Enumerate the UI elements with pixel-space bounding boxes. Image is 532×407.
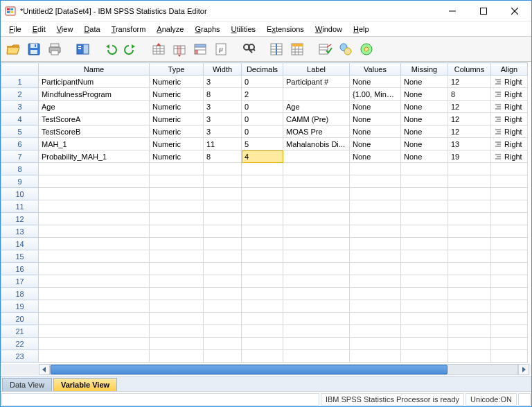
maximize-button[interactable]: [468, 1, 499, 21]
cell-label[interactable]: Participant #: [283, 76, 350, 88]
menu-extensions[interactable]: Extensions: [261, 24, 310, 35]
cell-empty[interactable]: [401, 175, 448, 188]
cell-align[interactable]: Right: [491, 138, 528, 150]
cell-missing[interactable]: None: [401, 76, 448, 88]
row-header[interactable]: 20: [1, 313, 39, 325]
table-row-empty[interactable]: 17: [1, 275, 528, 288]
cell-empty[interactable]: [448, 338, 491, 350]
table-row-empty[interactable]: 11: [1, 200, 528, 213]
cell-empty[interactable]: [283, 350, 350, 363]
cell-empty[interactable]: [150, 263, 204, 275]
cell-type[interactable]: Numeric: [150, 101, 204, 113]
cell-empty[interactable]: [401, 163, 448, 175]
undo-icon[interactable]: [100, 40, 120, 59]
cell-empty[interactable]: [150, 313, 204, 325]
cell-empty[interactable]: [491, 263, 528, 275]
row-header[interactable]: 21: [1, 325, 39, 338]
cell-values[interactable]: None: [350, 101, 401, 113]
cell-cols[interactable]: 19: [448, 150, 491, 163]
value-labels-icon[interactable]: [336, 40, 355, 59]
cell-align[interactable]: Right: [491, 88, 528, 101]
cell-empty[interactable]: [491, 338, 528, 350]
cell-empty[interactable]: [491, 300, 528, 313]
cell-empty[interactable]: [350, 325, 401, 338]
cell-empty[interactable]: [39, 300, 150, 313]
cell-width[interactable]: 8: [204, 88, 242, 101]
cell-type[interactable]: Numeric: [150, 76, 204, 88]
cell-empty[interactable]: [350, 238, 401, 250]
cell-empty[interactable]: [283, 163, 350, 175]
save-icon[interactable]: [24, 40, 44, 59]
cell-empty[interactable]: [150, 300, 204, 313]
weight-cases-icon[interactable]: [287, 40, 307, 59]
cell-empty[interactable]: [242, 200, 283, 213]
table-row-empty[interactable]: 21: [1, 325, 528, 338]
cell-empty[interactable]: [401, 213, 448, 225]
row-header[interactable]: 7: [1, 150, 39, 163]
cell-empty[interactable]: [401, 300, 448, 313]
table-row[interactable]: 3AgeNumeric30AgeNoneNone12Right: [1, 101, 528, 113]
cell-empty[interactable]: [283, 313, 350, 325]
cell-empty[interactable]: [401, 325, 448, 338]
cell-empty[interactable]: [283, 263, 350, 275]
row-header[interactable]: 23: [1, 350, 39, 363]
cell-empty[interactable]: [39, 175, 150, 188]
cell-empty[interactable]: [242, 350, 283, 363]
cell-empty[interactable]: [448, 225, 491, 238]
table-row-empty[interactable]: 16: [1, 263, 528, 275]
cell-empty[interactable]: [401, 313, 448, 325]
cell-empty[interactable]: [350, 175, 401, 188]
row-header[interactable]: 3: [1, 101, 39, 113]
cell-decimals[interactable]: 4: [242, 150, 283, 163]
cell-width[interactable]: 3: [204, 113, 242, 125]
row-header[interactable]: 12: [1, 213, 39, 225]
cell-empty[interactable]: [242, 288, 283, 300]
row-header[interactable]: 9: [1, 175, 39, 188]
cell-align[interactable]: Right: [491, 76, 528, 88]
row-header[interactable]: 19: [1, 300, 39, 313]
cell-empty[interactable]: [204, 175, 242, 188]
cell-name[interactable]: TestScoreA: [39, 113, 150, 125]
menu-transform[interactable]: Transform: [106, 24, 152, 35]
table-row-empty[interactable]: 22: [1, 338, 528, 350]
variable-grid[interactable]: Name Type Width Decimals Label Values Mi…: [1, 62, 531, 364]
cell-align[interactable]: Right: [491, 125, 528, 138]
cell-decimals[interactable]: 0: [242, 125, 283, 138]
cell-empty[interactable]: [39, 238, 150, 250]
print-icon[interactable]: [45, 40, 64, 59]
cell-empty[interactable]: [242, 300, 283, 313]
scroll-right-arrow-icon[interactable]: [518, 364, 529, 375]
cell-empty[interactable]: [204, 350, 242, 363]
cell-empty[interactable]: [401, 250, 448, 263]
cell-missing[interactable]: None: [401, 150, 448, 163]
split-file-icon[interactable]: [267, 40, 286, 59]
cell-empty[interactable]: [204, 325, 242, 338]
cell-empty[interactable]: [283, 188, 350, 200]
cell-empty[interactable]: [204, 238, 242, 250]
cell-type[interactable]: Numeric: [150, 88, 204, 101]
row-header[interactable]: 10: [1, 188, 39, 200]
table-row-empty[interactable]: 13: [1, 225, 528, 238]
cell-empty[interactable]: [448, 263, 491, 275]
cell-values[interactable]: None: [350, 76, 401, 88]
cell-empty[interactable]: [350, 188, 401, 200]
tab-variable-view[interactable]: Variable View: [53, 378, 117, 391]
cell-empty[interactable]: [39, 275, 150, 288]
cell-cols[interactable]: 12: [448, 76, 491, 88]
cell-empty[interactable]: [204, 250, 242, 263]
table-row-empty[interactable]: 15: [1, 250, 528, 263]
cell-empty[interactable]: [448, 350, 491, 363]
tab-data-view[interactable]: Data View: [2, 378, 52, 391]
cell-empty[interactable]: [491, 325, 528, 338]
cell-values[interactable]: None: [350, 138, 401, 150]
cell-empty[interactable]: [39, 350, 150, 363]
cell-empty[interactable]: [242, 250, 283, 263]
cell-empty[interactable]: [350, 300, 401, 313]
col-width[interactable]: Width: [204, 63, 242, 76]
cell-empty[interactable]: [39, 288, 150, 300]
cell-empty[interactable]: [283, 288, 350, 300]
cell-decimals[interactable]: 0: [242, 113, 283, 125]
table-row-empty[interactable]: 20: [1, 313, 528, 325]
cell-empty[interactable]: [242, 325, 283, 338]
cell-empty[interactable]: [39, 325, 150, 338]
